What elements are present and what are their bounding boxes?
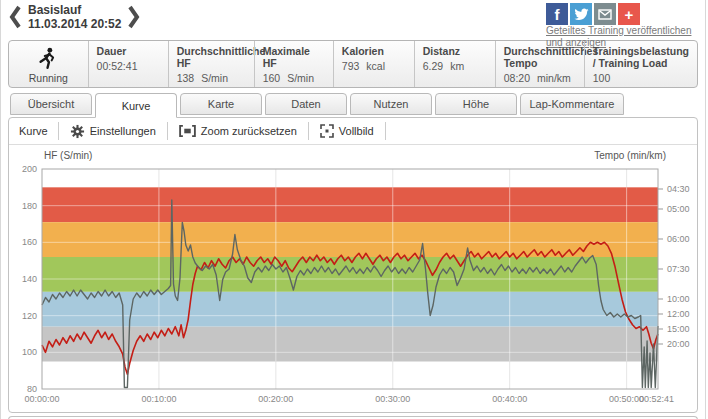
svg-text:200: 200 [22, 164, 37, 174]
tab-bar: Übersicht Kurve Karte Daten Nutzen Höhe … [8, 93, 698, 115]
tab-lap-kommentare[interactable]: Lap-Kommentare [520, 93, 624, 115]
gear-icon [70, 124, 85, 139]
stat-value: 100 [593, 72, 611, 84]
previous-session-button[interactable] [8, 4, 22, 30]
share-icons: f + [546, 3, 640, 25]
stat-unit: min/km [537, 72, 571, 84]
runner-icon [36, 47, 60, 71]
stat-value: 6.29 [423, 60, 443, 72]
tab-kurve[interactable]: Kurve [95, 93, 177, 118]
svg-text:00:52:41: 00:52:41 [639, 394, 674, 404]
tab-hoehe[interactable]: Höhe [435, 93, 517, 115]
stat-unit: kcal [366, 60, 385, 72]
fullscreen-button[interactable]: Vollbild [309, 123, 385, 139]
session-title: Basislauf [28, 3, 121, 17]
svg-text:04:30: 04:30 [667, 184, 690, 194]
session-title-block: Basislauf 11.03.2014 20:52 [28, 3, 121, 31]
svg-text:120: 120 [22, 311, 37, 321]
svg-text:00:40:00: 00:40:00 [492, 394, 527, 404]
next-session-button[interactable] [127, 4, 141, 30]
session-datetime: 11.03.2014 20:52 [28, 17, 121, 31]
stat-unit: km [450, 60, 464, 72]
session-title-nav: Basislauf 11.03.2014 20:52 [8, 3, 141, 31]
chart-toolbar: Kurve Einstellungen Zoom zurücksetzen [9, 118, 697, 145]
tab-daten[interactable]: Daten [265, 93, 347, 115]
stat-duration: Dauer 00:52:41 [88, 41, 168, 87]
share-link-line1: Geteiltes Training veröffentlichen [546, 25, 691, 36]
svg-text:Tempo (min/km): Tempo (min/km) [594, 150, 666, 161]
svg-text:00:20:00: 00:20:00 [258, 394, 293, 404]
svg-text:180: 180 [22, 201, 37, 211]
svg-text:160: 160 [22, 237, 37, 247]
stat-value: 160 [263, 72, 281, 84]
settings-button[interactable]: Einstellungen [59, 123, 167, 139]
stat-value: 793 [342, 60, 360, 72]
tab-uebersicht[interactable]: Übersicht [10, 93, 92, 115]
svg-text:05:00: 05:00 [667, 204, 690, 214]
share-plus-icon[interactable]: + [618, 3, 640, 25]
stat-label: Dauer [97, 45, 160, 57]
stat-avg-pace: Durchschnittliches Tempo 08:20min/km [495, 41, 584, 87]
svg-text:140: 140 [22, 274, 37, 284]
stat-training-load: Trainingsbelastung / Training Load 100 [584, 41, 697, 87]
fullscreen-label: Vollbild [339, 125, 374, 137]
svg-text:06:00: 06:00 [667, 234, 690, 244]
stat-distance: Distanz 6.29km [414, 41, 495, 87]
fullscreen-icon [320, 124, 334, 138]
svg-text:00:10:00: 00:10:00 [141, 394, 176, 404]
header: Basislauf 11.03.2014 20:52 f + Geteiltes… [8, 0, 698, 40]
svg-text:10:00: 10:00 [667, 294, 690, 304]
zoom-reset-label: Zoom zurücksetzen [201, 125, 297, 137]
stat-unit: S/min [201, 72, 228, 84]
stat-max-hr: Maximale HF 160S/min [254, 41, 333, 87]
email-icon[interactable] [594, 3, 616, 25]
stat-label: Durchschnittliches Tempo [504, 45, 576, 69]
tab-karte[interactable]: Karte [180, 93, 262, 115]
zoom-reset-icon [179, 125, 196, 137]
chart-area: HF (S/min)Tempo (min/km)2001801601401201… [9, 145, 697, 412]
zoom-reset-button[interactable]: Zoom zurücksetzen [168, 123, 308, 139]
stat-value: 00:52:41 [97, 60, 138, 72]
stat-calories: Kalorien 793kcal [333, 41, 414, 87]
sport-cell: Running [9, 41, 88, 87]
svg-text:07:30: 07:30 [667, 264, 690, 274]
stat-label: Kalorien [342, 45, 406, 57]
summary-bar: Running Dauer 00:52:41 Durchschnittliche… [8, 40, 698, 88]
svg-text:00:30:00: 00:30:00 [375, 394, 410, 404]
stat-label: Distanz [423, 45, 487, 57]
svg-text:HF (S/min): HF (S/min) [44, 150, 92, 161]
svg-text:12:00: 12:00 [667, 309, 690, 319]
toolbar-divider [385, 122, 386, 140]
svg-text:15:00: 15:00 [667, 324, 690, 334]
stat-value: 08:20 [504, 72, 530, 84]
stat-value: 138 [177, 72, 195, 84]
svg-text:80: 80 [27, 384, 37, 394]
hf-tempo-chart[interactable]: HF (S/min)Tempo (min/km)2001801601401201… [9, 146, 697, 408]
chart-view-label: Kurve [9, 125, 58, 137]
svg-text:00:00:00: 00:00:00 [24, 394, 59, 404]
settings-label: Einstellungen [90, 125, 156, 137]
tab-nutzen[interactable]: Nutzen [350, 93, 432, 115]
facebook-icon[interactable]: f [546, 3, 568, 25]
stat-label: Trainingsbelastung / Training Load [593, 45, 689, 69]
stat-unit: S/min [287, 72, 314, 84]
svg-text:100: 100 [22, 347, 37, 357]
stat-label: Durchschnittliche HF [177, 45, 246, 69]
page: Basislauf 11.03.2014 20:52 f + Geteiltes… [0, 0, 706, 419]
stat-label: Maximale HF [263, 45, 325, 69]
svg-text:20:00: 20:00 [667, 339, 690, 349]
sport-name: Running [29, 72, 68, 84]
curve-panel: Kurve Einstellungen Zoom zurücksetzen [8, 117, 698, 413]
twitter-icon[interactable] [570, 3, 592, 25]
stat-avg-hr: Durchschnittliche HF 138S/min [168, 41, 254, 87]
